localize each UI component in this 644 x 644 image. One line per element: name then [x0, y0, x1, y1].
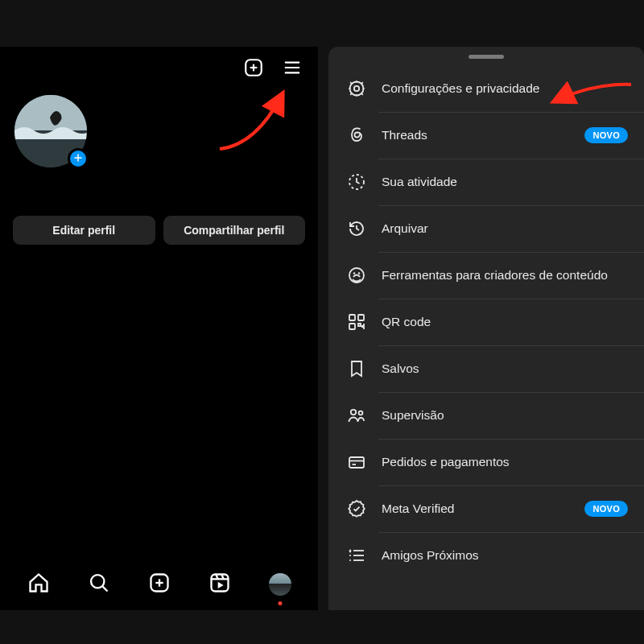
search-icon	[88, 572, 110, 597]
svg-rect-24	[358, 315, 364, 320]
svg-point-20	[350, 82, 364, 96]
card-icon	[346, 452, 367, 473]
nav-profile[interactable]	[264, 568, 296, 601]
menu-label: Meta Verified	[382, 502, 570, 516]
history-icon	[346, 218, 367, 239]
nav-create[interactable]	[143, 568, 175, 601]
plus-icon	[73, 151, 83, 166]
menu-label: Arquivar	[382, 221, 628, 236]
menu-label: Threads	[382, 128, 570, 142]
settings-sheet: Configurações e privacidade Threads NOVO…	[328, 47, 644, 610]
menu-label: QR code	[382, 315, 628, 329]
menu-item-saved[interactable]: Salvos	[328, 345, 644, 392]
clock-icon	[346, 171, 367, 192]
gear-icon	[346, 78, 367, 99]
new-badge: NOVO	[584, 127, 628, 143]
svg-point-19	[354, 86, 359, 91]
hamburger-menu-button[interactable]	[281, 58, 303, 80]
svg-point-26	[351, 410, 356, 415]
menu-item-creator-tools[interactable]: Ferramentas para criadores de conteúdo	[328, 252, 644, 299]
edit-profile-button[interactable]: Editar perfil	[13, 216, 155, 245]
verified-icon	[346, 498, 367, 519]
menu-item-settings-privacy[interactable]: Configurações e privacidade	[328, 65, 644, 112]
share-profile-button[interactable]: Compartilhar perfil	[163, 216, 306, 245]
menu-label: Configurações e privacidade	[382, 81, 628, 96]
profile-screen: Editar perfil Compartilhar perfil	[0, 47, 318, 610]
avatar-icon	[269, 573, 291, 596]
menu-item-threads[interactable]: Threads NOVO	[328, 112, 644, 159]
menu-item-close-friends[interactable]: Amigos Próximos	[328, 532, 644, 579]
sheet-handle[interactable]	[469, 55, 504, 59]
svg-point-10	[91, 575, 104, 588]
creator-icon	[346, 265, 367, 286]
menu-item-orders-payments[interactable]: Pedidos e pagamentos	[328, 439, 644, 485]
closefriends-icon	[346, 545, 367, 566]
qr-icon	[346, 312, 367, 332]
menu-item-qr-code[interactable]: QR code	[328, 299, 644, 345]
nav-home[interactable]	[23, 568, 55, 601]
bottom-nav	[0, 568, 318, 601]
svg-rect-25	[349, 324, 355, 329]
profile-avatar[interactable]	[14, 95, 87, 167]
menu-label: Ferramentas para criadores de conteúdo	[382, 268, 628, 283]
menu-label: Supervisão	[382, 408, 628, 423]
threads-icon	[346, 125, 367, 146]
menu-item-activity[interactable]: Sua atividade	[328, 159, 644, 205]
svg-rect-6	[14, 95, 87, 132]
svg-point-35	[349, 559, 351, 561]
svg-point-27	[359, 411, 363, 415]
menu-item-meta-verified[interactable]: Meta Verified NOVO	[328, 485, 644, 532]
svg-rect-28	[349, 457, 364, 468]
svg-point-34	[349, 555, 351, 556]
menu-label: Pedidos e pagamentos	[382, 455, 628, 469]
new-badge: NOVO	[584, 501, 628, 517]
menu-label: Salvos	[382, 361, 628, 376]
svg-rect-23	[349, 315, 355, 320]
svg-rect-15	[211, 575, 228, 592]
menu-icon	[282, 59, 303, 80]
home-icon	[27, 572, 50, 597]
add-story-button[interactable]	[68, 148, 89, 169]
svg-line-11	[102, 586, 107, 591]
menu-item-archive[interactable]: Arquivar	[328, 205, 644, 252]
nav-search[interactable]	[83, 568, 115, 601]
menu-list: Configurações e privacidade Threads NOVO…	[328, 65, 644, 579]
notification-dot	[278, 601, 282, 605]
menu-item-supervision[interactable]: Supervisão	[328, 392, 644, 439]
create-post-button[interactable]	[242, 58, 265, 80]
menu-label: Amigos Próximos	[382, 548, 628, 563]
profile-top-bar	[0, 47, 318, 87]
bookmark-icon	[346, 358, 367, 379]
plus-square-icon	[243, 57, 264, 81]
reels-icon	[208, 572, 231, 597]
nav-reels[interactable]	[204, 568, 236, 601]
menu-label: Sua atividade	[382, 175, 628, 189]
plus-square-icon	[148, 572, 171, 597]
profile-action-row: Editar perfil Compartilhar perfil	[0, 167, 318, 245]
supervision-icon	[346, 405, 367, 426]
